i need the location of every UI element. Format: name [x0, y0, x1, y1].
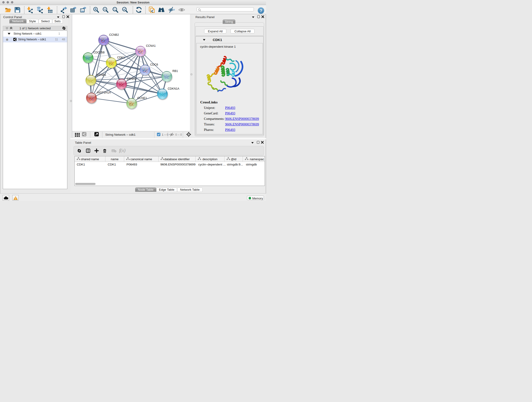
svg-text:CDC6: CDC6	[150, 63, 158, 66]
svg-text:CCNE1: CCNE1	[137, 96, 147, 100]
svg-text:CCNA2: CCNA2	[127, 77, 136, 80]
svg-text:CDKN1A: CDKN1A	[168, 87, 179, 90]
svg-text:?: ?	[260, 8, 262, 13]
svg-text:CCNA1: CCNA1	[146, 44, 156, 47]
svg-text:RB1: RB1	[172, 70, 178, 73]
svg-text:CDC25B: CDC25B	[94, 51, 105, 54]
svg-text:CCNB1: CCNB1	[96, 73, 106, 76]
svg-text:CCNB2: CCNB2	[109, 33, 119, 36]
svg-text:CDK1: CDK1	[117, 56, 125, 59]
svg-text:HIST1H1A: HIST1H1A	[97, 91, 111, 94]
